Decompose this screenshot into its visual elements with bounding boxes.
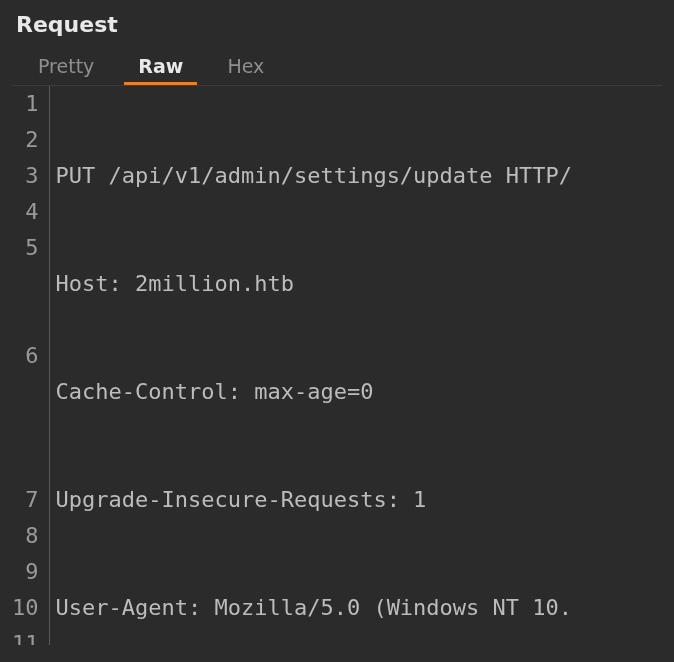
code-line: Host: 2million.htb <box>56 266 573 302</box>
tab-hex[interactable]: Hex <box>205 51 286 85</box>
request-panel: Request Pretty Raw Hex 1 2 3 4 5 6 7 8 9… <box>0 0 674 645</box>
panel-title: Request <box>12 10 662 51</box>
code-line: User-Agent: Mozilla/5.0 (Windows NT 10. <box>56 590 573 626</box>
code-line: Cache-Control: max-age=0 <box>56 374 573 410</box>
editor[interactable]: 1 2 3 4 5 6 7 8 9 10 11 PUT /api/v1/admi… <box>12 85 662 645</box>
gutter: 1 2 3 4 5 6 7 8 9 10 11 <box>12 86 50 645</box>
tab-pretty[interactable]: Pretty <box>16 51 116 85</box>
tab-raw[interactable]: Raw <box>116 51 205 85</box>
code-line: PUT /api/v1/admin/settings/update HTTP/ <box>56 158 573 194</box>
view-tabs: Pretty Raw Hex <box>12 51 662 85</box>
code-area[interactable]: PUT /api/v1/admin/settings/update HTTP/ … <box>50 86 573 645</box>
code-line: Upgrade-Insecure-Requests: 1 <box>56 482 573 518</box>
